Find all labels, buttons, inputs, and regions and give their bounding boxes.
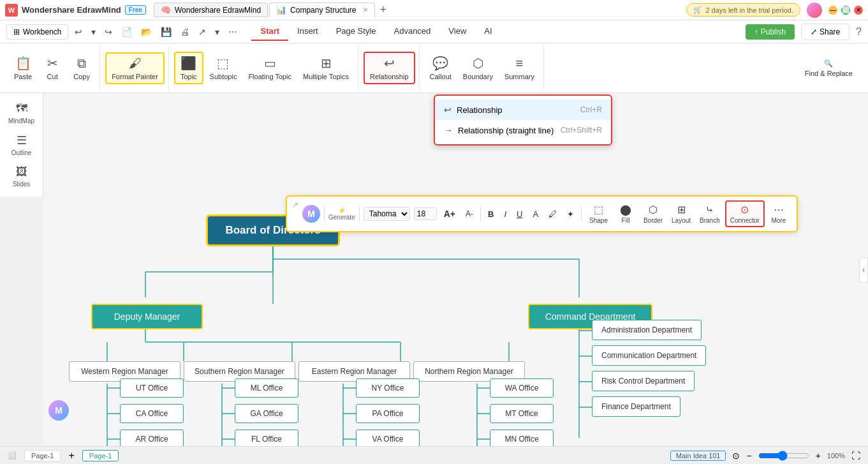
rel-item-left-straight: → Relationship (straight line) bbox=[444, 125, 554, 135]
floating-topic-button[interactable]: ▭ Floating Topic bbox=[243, 53, 297, 83]
relationship-button[interactable]: ↩ Relationship bbox=[364, 52, 415, 84]
fit-page-button[interactable]: ⊙ bbox=[732, 451, 740, 461]
save-button[interactable]: 💾 bbox=[157, 25, 175, 39]
sidebar-slides-button[interactable]: 🖼 Slides bbox=[3, 161, 41, 191]
more-tool[interactable]: ⋯ More bbox=[766, 202, 791, 226]
print-button[interactable]: 🖨 bbox=[177, 25, 193, 39]
active-page-tab[interactable]: Page-1 bbox=[82, 450, 119, 461]
zoom-in-button[interactable]: + bbox=[816, 451, 821, 461]
fullscreen-button[interactable]: ⛶ bbox=[851, 451, 860, 461]
sidebar-outline-button[interactable]: ☰ Outline bbox=[3, 130, 41, 160]
ca-office-label: CA Office bbox=[136, 409, 168, 418]
redo-button[interactable]: ↪ bbox=[101, 25, 116, 39]
right-collapse-button[interactable]: ‹ bbox=[859, 257, 868, 283]
topic-button[interactable]: ⬛ Topic bbox=[174, 52, 203, 84]
canvas[interactable]: Board of Directors Deputy Manager Comman… bbox=[43, 93, 868, 446]
ut-office-node[interactable]: UT Office bbox=[120, 378, 184, 398]
zoom-out-button[interactable]: − bbox=[746, 451, 751, 461]
user-avatar[interactable] bbox=[807, 3, 822, 18]
ml-office-node[interactable]: ML Office bbox=[235, 378, 298, 398]
ny-office-node[interactable]: NY Office bbox=[356, 378, 420, 398]
sidebar-mindmap-button[interactable]: 🗺 MindMap bbox=[3, 98, 41, 128]
va-office-node[interactable]: VA Office bbox=[356, 430, 420, 446]
menu-tab-view[interactable]: View bbox=[439, 22, 475, 41]
bold-button[interactable]: B bbox=[485, 207, 497, 221]
font-decrease-button[interactable]: A- bbox=[462, 207, 476, 220]
italic-button[interactable]: I bbox=[501, 207, 510, 221]
connector-tool[interactable]: ⊙ Connector bbox=[725, 200, 765, 227]
deputy-manager-node[interactable]: Deputy Manager bbox=[91, 304, 203, 329]
rel-item-straight[interactable]: → Relationship (straight line) Ctrl+Shif… bbox=[435, 120, 611, 140]
highlight-button[interactable]: 🖊 bbox=[545, 207, 560, 221]
pa-office-node[interactable]: PA Office bbox=[356, 404, 420, 423]
tab-edrawmind[interactable]: 🧠 Wondershare EdrawMind bbox=[154, 3, 268, 17]
menu-tab-page-style[interactable]: Page Style bbox=[327, 22, 385, 41]
find-replace-icon: 🔍 bbox=[824, 59, 833, 68]
tab-close-icon[interactable]: ✕ bbox=[363, 6, 368, 13]
ar-office-node[interactable]: AR Office bbox=[120, 430, 184, 446]
layout-tool[interactable]: ⊞ Layout bbox=[668, 202, 695, 226]
ga-office-node[interactable]: GA Office bbox=[235, 404, 298, 423]
style-button[interactable]: ✦ bbox=[564, 207, 577, 221]
rel-item-curved[interactable]: ↩ Relationship Ctrl+R bbox=[435, 100, 611, 120]
border-tool[interactable]: ⬡ Border bbox=[640, 202, 666, 226]
font-color-button[interactable]: A bbox=[529, 207, 541, 221]
comm-dept-node[interactable]: Communication Department bbox=[592, 345, 706, 366]
close-button[interactable]: ✕ bbox=[854, 6, 863, 15]
mt-office-node[interactable]: MT Office bbox=[490, 404, 554, 423]
help-button[interactable]: ? bbox=[856, 26, 862, 38]
summary-button[interactable]: ≡ Summary bbox=[499, 54, 540, 83]
share-button[interactable]: ⤢ Share bbox=[801, 24, 850, 40]
fill-tool[interactable]: ⬤ Fill bbox=[613, 202, 638, 226]
mn-office-node[interactable]: MN Office bbox=[490, 430, 554, 446]
border-icon: ⬡ bbox=[649, 204, 658, 216]
find-replace-label: Find & Replace bbox=[805, 70, 853, 77]
maximize-button[interactable]: ⬜ bbox=[841, 6, 850, 15]
admin-dept-node[interactable]: Administration Department bbox=[592, 320, 702, 340]
menu-tab-start[interactable]: Start bbox=[251, 22, 288, 41]
underline-button[interactable]: U bbox=[513, 207, 526, 221]
find-replace-button[interactable]: 🔍 Find & Replace bbox=[798, 57, 859, 80]
branch-tool[interactable]: ⤷ Branch bbox=[696, 202, 724, 226]
add-page-button[interactable]: + bbox=[68, 450, 74, 461]
menu-tab-insert[interactable]: Insert bbox=[288, 22, 327, 41]
add-tab-button[interactable]: + bbox=[376, 3, 391, 17]
undo-button[interactable]: ↩ bbox=[71, 25, 86, 39]
boundary-button[interactable]: ⬡ Boundary bbox=[458, 53, 498, 83]
open-button[interactable]: 📂 bbox=[137, 25, 156, 39]
branch-icon: ⤷ bbox=[705, 204, 714, 216]
font-increase-button[interactable]: A+ bbox=[441, 207, 459, 221]
format-painter-button[interactable]: 🖌 Format Painter bbox=[105, 52, 165, 84]
workbench-button[interactable]: ⊞ Workbench bbox=[6, 24, 68, 40]
ny-office-label: NY Office bbox=[372, 384, 404, 393]
more-button[interactable]: ⋯ bbox=[224, 25, 241, 39]
risk-dept-node[interactable]: Risk Control Department bbox=[592, 371, 695, 391]
shape-tool[interactable]: ⬚ Shape bbox=[585, 202, 612, 226]
paste-button[interactable]: 📋 Paste bbox=[9, 53, 37, 83]
generate-button[interactable]: ⚡ Generate bbox=[328, 207, 355, 221]
export-dropdown[interactable]: ▾ bbox=[211, 25, 223, 39]
subtopic-button[interactable]: ⬚ Subtopic bbox=[205, 53, 242, 83]
share-icon: ⤢ bbox=[811, 27, 817, 36]
tab-company-structure[interactable]: 📊 Company Structure ✕ bbox=[269, 3, 374, 17]
undo-dropdown[interactable]: ▾ bbox=[87, 25, 99, 39]
export-button[interactable]: ↗ bbox=[195, 25, 210, 39]
page-tab-1[interactable]: Page-1 bbox=[24, 450, 61, 461]
zoom-slider[interactable] bbox=[758, 451, 809, 461]
ft-collapse-button[interactable]: ↗ bbox=[292, 200, 298, 209]
finance-dept-node[interactable]: Finance Department bbox=[592, 396, 680, 417]
ca-office-node[interactable]: CA Office bbox=[120, 404, 184, 423]
new-button[interactable]: 📄 bbox=[117, 25, 136, 39]
menu-tab-advanced[interactable]: Advanced bbox=[385, 22, 440, 41]
minimize-button[interactable]: — bbox=[828, 6, 837, 15]
publish-button[interactable]: ↑ Publish bbox=[746, 24, 795, 40]
fl-office-node[interactable]: FL Office bbox=[235, 430, 298, 446]
cut-button[interactable]: ✂ Cut bbox=[38, 53, 66, 83]
copy-button[interactable]: ⧉ Copy bbox=[68, 54, 96, 83]
font-select[interactable]: Tahoma bbox=[364, 207, 410, 221]
font-size-input[interactable] bbox=[414, 207, 437, 220]
multiple-topics-button[interactable]: ⊞ Multiple Topics bbox=[298, 53, 354, 83]
wa-office-node[interactable]: WA Office bbox=[490, 378, 554, 398]
menu-tab-ai[interactable]: AI bbox=[475, 22, 501, 41]
callout-button[interactable]: 💬 Callout bbox=[425, 53, 457, 83]
